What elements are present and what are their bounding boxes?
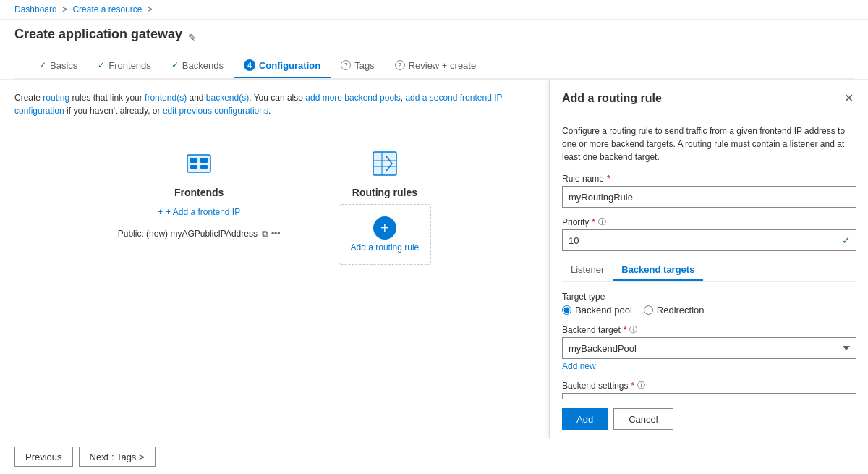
tab-review-label: Review + create [409, 60, 477, 71]
frontends-icon [182, 146, 216, 181]
frontend-item-text: Public: (new) myAGPublicIPAddress [118, 229, 258, 239]
page-title-bar: Create application gateway ✎ ✓ Basics ✓ … [0, 20, 868, 80]
backend-settings-label: Backend settings * ⓘ [562, 380, 856, 391]
backends-link[interactable]: backend(s) [206, 93, 249, 103]
tab-configuration[interactable]: 4 Configuration [234, 54, 331, 78]
copy-icon[interactable]: ⧉ [262, 229, 268, 239]
radio-redirection[interactable]: Redirection [644, 305, 705, 316]
left-panel: Create routing rules that link your fron… [0, 80, 550, 439]
routing-label: Routing rules [352, 187, 417, 198]
breadcrumb-create-resource[interactable]: Create a resource [72, 4, 142, 14]
backend-target-add-new[interactable]: Add new [562, 361, 856, 371]
backend-target-group: Backend target * ⓘ myBackendPool Add new [562, 324, 856, 371]
basics-check-icon: ✓ [39, 60, 46, 70]
frontends-link[interactable]: frontend(s) [145, 93, 187, 103]
add-frontend-ip-text: + Add a frontend IP [166, 207, 240, 217]
priority-check-icon: ✓ [842, 234, 851, 246]
tab-frontends-label: Frontends [109, 60, 151, 71]
previous-button[interactable]: Previous [14, 447, 73, 467]
backend-target-select[interactable]: myBackendPool [562, 337, 856, 359]
add-routing-rule-label: Add a routing rule [351, 242, 420, 253]
more-icon[interactable]: ••• [271, 229, 281, 239]
target-type-radio-group: Backend pool Redirection [562, 305, 856, 316]
breadcrumb-dashboard[interactable]: Dashboard [14, 4, 57, 14]
info-text: Create routing rules that link your fron… [14, 91, 535, 117]
svg-rect-2 [200, 158, 208, 163]
target-type-label: Target type [562, 292, 856, 302]
add-routing-rule-box[interactable]: + Add a routing rule [339, 204, 432, 265]
priority-group: Priority * ⓘ ✓ [562, 216, 856, 251]
add-button[interactable]: Add [562, 408, 608, 430]
drawer-footer: Add Cancel [550, 399, 868, 439]
rule-name-group: Rule name * [562, 174, 856, 208]
tab-listener[interactable]: Listener [562, 260, 613, 281]
backends-check-icon: ✓ [171, 60, 179, 70]
tab-configuration-label: Configuration [259, 60, 320, 71]
configuration-circle-icon: 4 [244, 59, 255, 71]
edit-title-icon[interactable]: ✎ [188, 32, 197, 43]
rule-name-label: Rule name * [562, 174, 856, 184]
next-button[interactable]: Next : Tags > [79, 447, 156, 467]
rule-name-input[interactable] [562, 186, 856, 208]
tags-circle-icon: ? [341, 60, 351, 70]
drawer-close-button[interactable]: ✕ [841, 90, 856, 106]
frontend-item: Public: (new) myAGPublicIPAddress ⧉ ••• [118, 229, 281, 239]
add-backend-pools-link[interactable]: add more backend pools [305, 93, 400, 103]
tab-tags[interactable]: ? Tags [331, 54, 384, 78]
svg-rect-1 [190, 158, 197, 163]
svg-rect-0 [187, 155, 210, 172]
drawer-description: Configure a routing rule to send traffic… [562, 124, 856, 164]
tab-review-create[interactable]: ? Review + create [385, 54, 487, 78]
priority-required: * [592, 217, 595, 227]
svg-rect-5 [373, 152, 396, 175]
rule-name-required: * [607, 174, 610, 184]
priority-info-icon[interactable]: ⓘ [598, 216, 606, 227]
backend-target-info-icon[interactable]: ⓘ [629, 324, 637, 335]
drawer-body: Configure a routing rule to send traffic… [550, 114, 868, 399]
tab-basics[interactable]: ✓ Basics [29, 54, 88, 78]
diagram: Frontends + + Add a frontend IP Public: … [14, 132, 535, 279]
tab-frontends[interactable]: ✓ Frontends [88, 54, 161, 78]
drawer-title: Add a routing rule [562, 92, 662, 105]
frontends-check-icon: ✓ [98, 60, 105, 70]
edit-configs-link[interactable]: edit previous configurations [163, 106, 268, 116]
backend-settings-group: Backend settings * ⓘ myBackendSetting Ad… [562, 380, 856, 399]
backend-settings-info-icon[interactable]: ⓘ [637, 380, 645, 391]
drawer-header: Add a routing rule ✕ [550, 80, 868, 114]
review-circle-icon: ? [395, 60, 405, 70]
page-title: Create application gateway [14, 27, 182, 42]
cancel-button[interactable]: Cancel [613, 408, 673, 430]
frontends-node: Frontends + + Add a frontend IP Public: … [118, 146, 281, 239]
tab-backends-label: Backends [182, 60, 224, 71]
add-frontend-ip-link2[interactable]: + + Add a frontend IP [158, 207, 240, 217]
breadcrumb: Dashboard > Create a resource > [0, 0, 868, 20]
tab-backends[interactable]: ✓ Backends [161, 54, 234, 78]
tab-basics-label: Basics [50, 60, 77, 71]
plus-icon: + [373, 216, 396, 240]
bottom-bar: Previous Next : Tags > [0, 439, 868, 474]
nav-tabs: ✓ Basics ✓ Frontends ✓ Backends 4 Config… [14, 54, 854, 79]
target-type-group: Target type Backend pool Redirection [562, 292, 856, 316]
routing-node: Routing rules + Add a routing rule [339, 146, 432, 265]
priority-label: Priority * ⓘ [562, 216, 856, 227]
drawer-tabs: Listener Backend targets [562, 260, 856, 282]
main-content: Create routing rules that link your fron… [0, 80, 868, 439]
add-routing-rule-drawer: Add a routing rule ✕ Configure a routing… [550, 80, 868, 439]
priority-input[interactable] [562, 229, 856, 251]
tab-backend-targets[interactable]: Backend targets [613, 260, 703, 281]
frontends-label: Frontends [174, 187, 224, 198]
backend-target-label: Backend target * ⓘ [562, 324, 856, 335]
backend-settings-select[interactable]: myBackendSetting [562, 393, 856, 399]
tab-tags-label: Tags [354, 60, 374, 71]
routing-icon [367, 146, 402, 181]
radio-backend-pool[interactable]: Backend pool [562, 305, 632, 316]
svg-rect-3 [190, 165, 197, 169]
svg-rect-4 [200, 165, 208, 169]
routing-link[interactable]: routing [43, 93, 69, 103]
